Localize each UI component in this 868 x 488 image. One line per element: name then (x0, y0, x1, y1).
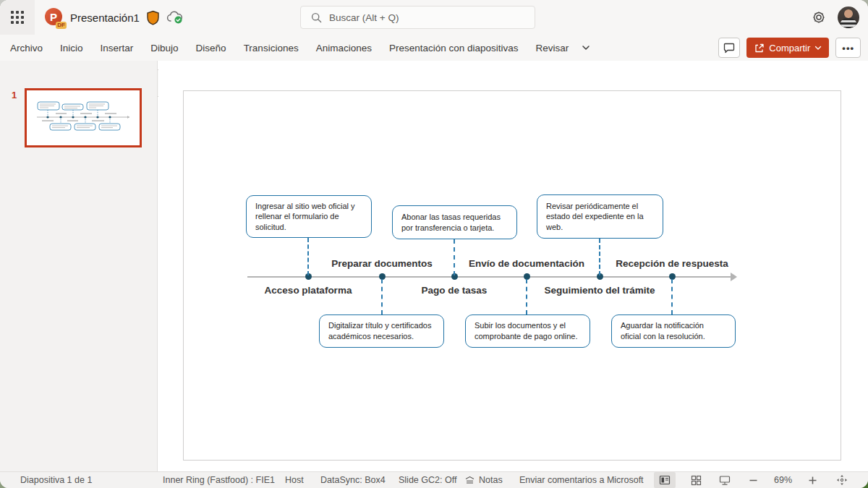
callout-text: Subir los documentos y el comprobante de… (475, 320, 581, 341)
callout-text: Digitalizar título y certificados académ… (328, 320, 435, 341)
ribbon-more-tabs-button[interactable] (577, 45, 595, 51)
tab-inicio[interactable]: Inicio (51, 35, 92, 61)
share-icon (754, 43, 765, 53)
app-launcher-button[interactable] (0, 0, 35, 35)
status-bar: Diapositiva 1 de 1 Inner Ring (Fastfood)… (0, 471, 868, 488)
callout-text: Abonar las tasas requeridas por transfer… (401, 212, 508, 233)
title-bar: P DF Presentación1 Busc (0, 0, 868, 35)
milestone-label-6[interactable]: Recepción de respuesta (592, 258, 752, 269)
inner-ring-status: Inner Ring (Fastfood) : FIE1 (163, 472, 275, 488)
slide-number: 1 (12, 90, 17, 100)
zoom-in-button[interactable] (803, 472, 822, 488)
waffle-icon (11, 11, 24, 24)
callout-envio-de-documentacion[interactable]: Subir los documentos y el comprobante de… (465, 314, 590, 348)
timeline-axis[interactable] (247, 276, 731, 278)
slide-gc2-status: Slide GC2: Off (399, 472, 456, 488)
host-status: Host (285, 472, 304, 488)
slide-canvas[interactable]: Acceso plataforma Preparar documentos Pa… (183, 90, 841, 461)
tab-diseno[interactable]: Diseño (187, 35, 235, 61)
notes-toggle[interactable]: Notas (464, 472, 503, 488)
milestone-label-5[interactable]: Seguimiento del trámite (520, 285, 679, 296)
search-icon (311, 12, 322, 23)
chevron-down-icon (582, 45, 590, 51)
app-window: P DF Presentación1 Busc (0, 0, 868, 488)
plus-icon (808, 476, 817, 485)
milestone-label-3[interactable]: Pago de tasas (375, 285, 534, 296)
milestone-label-4[interactable]: Envío de documentación (447, 258, 606, 269)
normal-view-icon (659, 475, 671, 485)
thumbnail-mini-diagram (27, 92, 140, 147)
tab-insertar[interactable]: Insertar (92, 35, 142, 61)
tab-transiciones[interactable]: Transiciones (235, 35, 307, 61)
share-button[interactable]: Compartir (746, 38, 829, 58)
tab-animaciones[interactable]: Animaciones (307, 35, 380, 61)
zoom-out-button[interactable] (744, 472, 762, 488)
connector-dash-3 (454, 239, 455, 275)
callout-pago-de-tasas[interactable]: Abonar las tasas requeridas por transfer… (392, 205, 517, 239)
milestone-label-2[interactable]: Preparar documentos (302, 258, 461, 269)
slide-sorter-view-button[interactable] (686, 472, 706, 488)
normal-view-button[interactable] (654, 472, 676, 488)
callout-preparar-documentos[interactable]: Digitalizar título y certificados académ… (319, 314, 444, 348)
slideshow-icon (719, 475, 731, 486)
zoom-level[interactable]: 69% (774, 472, 792, 488)
notes-icon (464, 476, 475, 484)
tab-revisar[interactable]: Revisar (527, 35, 578, 61)
settings-button[interactable] (812, 10, 826, 25)
callout-seguimiento-del-tramite[interactable]: Revisar periódicamente el estado del exp… (537, 194, 663, 239)
tab-presentacion-con-diapositivas[interactable]: Presentación con diapositivas (380, 35, 527, 61)
tab-archivo[interactable]: Archivo (10, 35, 51, 61)
search-placeholder: Buscar (Alt + Q) (329, 12, 399, 23)
feedback-link[interactable]: Enviar comentarios a Microsoft (519, 472, 644, 488)
account-avatar[interactable] (838, 7, 859, 28)
callout-acceso-plataforma[interactable]: Ingresar al sitio web oficial y rellenar… (246, 195, 372, 238)
callout-recepcion-de-respuesta[interactable]: Aguardar la notificación oficial con la … (611, 314, 736, 348)
ribbon-tab-bar: Archivo Inicio Insertar Dibujo Diseño Tr… (0, 35, 868, 61)
fit-to-window-button[interactable] (832, 472, 852, 488)
callout-text: Ingresar al sitio web oficial y rellenar… (255, 201, 362, 233)
slide-thumbnail[interactable] (25, 88, 142, 147)
timeline-arrowhead (731, 273, 737, 281)
gear-icon (812, 10, 826, 25)
connector-dash-5 (599, 239, 600, 275)
powerpoint-app-icon[interactable]: P DF (45, 8, 64, 27)
datasync-status: DataSync: Box4 (320, 472, 386, 488)
slide-indicator: Diapositiva 1 de 1 (20, 472, 92, 488)
cloud-saved-icon[interactable] (166, 10, 184, 25)
slide-thumbnails-panel: 1 (0, 61, 158, 471)
search-input[interactable]: Buscar (Alt + Q) (300, 6, 535, 29)
callout-text: Revisar periódicamente el estado del exp… (546, 201, 654, 233)
document-title[interactable]: Presentación1 (70, 12, 140, 24)
pdf-badge: DF (56, 22, 67, 29)
protection-shield-icon[interactable] (146, 10, 160, 25)
notes-label: Notas (479, 475, 503, 485)
share-label: Compartir (769, 43, 810, 53)
minus-icon (749, 476, 758, 485)
slideshow-view-button[interactable] (715, 472, 735, 488)
more-options-button[interactable]: ••• (835, 38, 861, 58)
tab-dibujo[interactable]: Dibujo (142, 35, 187, 61)
comments-button[interactable] (718, 38, 740, 58)
callout-text: Aguardar la notificación oficial con la … (621, 320, 726, 341)
milestone-label-1[interactable]: Acceso plataforma (229, 285, 388, 296)
connector-dash-1 (307, 238, 309, 275)
comment-icon (723, 42, 735, 53)
editing-workspace: Acceso plataforma Preparar documentos Pa… (158, 61, 868, 471)
fit-slide-icon (836, 474, 848, 486)
chevron-down-icon (814, 46, 822, 51)
grid-view-icon (691, 475, 702, 486)
